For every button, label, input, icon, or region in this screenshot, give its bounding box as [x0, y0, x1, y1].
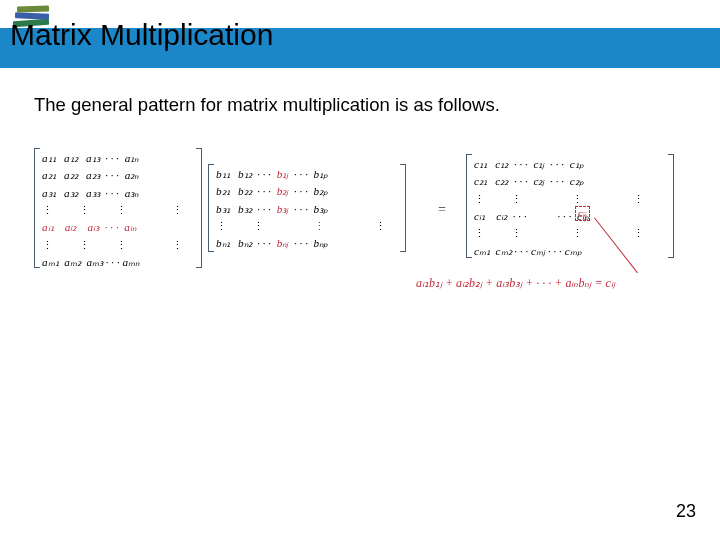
matrix-c-row: ⋮ ⋮ ⋮ ⋮: [474, 225, 666, 242]
matrix-b-row: b₃₁ b₃₂ · · · b₃ⱼ · · · b₃ₚ: [216, 201, 398, 218]
matrix-c: c₁₁ c₁₂ · · · c₁ⱼ · · · c₁ₚ c₂₁ c₂₂ · · …: [474, 156, 666, 260]
matrix-a-left-bracket: [34, 148, 40, 268]
matrix-a: a₁₁ a₁₂ a₁₃ · · · a₁ₙ a₂₁ a₂₂ a₂₃ · · · …: [42, 150, 194, 272]
matrix-a-row: a₃₁ a₃₂ a₃₃ · · · a₃ₙ: [42, 185, 194, 202]
matrix-a-row: ⋮ ⋮ ⋮ ⋮: [42, 237, 194, 254]
matrix-b-row: b₁₁ b₁₂ · · · b₁ⱼ · · · b₁ₚ: [216, 166, 398, 183]
matrix-equation-figure: a₁₁ a₁₂ a₁₃ · · · a₁ₙ a₂₁ a₂₂ a₂₃ · · · …: [20, 146, 700, 326]
matrix-a-row: a₂₁ a₂₂ a₂₃ · · · a₂ₙ: [42, 167, 194, 184]
matrix-b-row: ⋮ ⋮ ⋮ ⋮: [216, 218, 398, 235]
matrix-a-row: ⋮ ⋮ ⋮ ⋮: [42, 202, 194, 219]
matrix-c-row: cₘ₁ cₘ₂ · · · cₘⱼ · · · cₘₚ: [474, 243, 666, 260]
matrix-c-row: ⋮ ⋮ ⋮ ⋮: [474, 191, 666, 208]
matrix-c-row: cᵢ₁ cᵢ₂ · · · · · · cᵢₚ: [474, 208, 666, 225]
matrix-b: b₁₁ b₁₂ · · · b₁ⱼ · · · b₁ₚ b₂₁ b₂₂ · · …: [216, 166, 398, 253]
matrix-c-row: c₁₁ c₁₂ · · · c₁ⱼ · · · c₁ₚ: [474, 156, 666, 173]
matrix-b-row: bₙ₁ bₙ₂ · · · bₙⱼ · · · bₙₚ: [216, 235, 398, 252]
matrix-c-right-bracket: [668, 154, 674, 258]
page-number: 23: [676, 501, 696, 522]
slide-header: Matrix Multiplication: [0, 0, 720, 68]
matrix-a-row: a₁₁ a₁₂ a₁₃ · · · a₁ₙ: [42, 150, 194, 167]
matrix-a-row: aₘ₁ aₘ₂ aₘ₃ · · · aₘₙ: [42, 254, 194, 271]
equals-sign: =: [438, 202, 446, 218]
matrix-c-left-bracket: [466, 154, 472, 258]
matrix-c-row: c₂₁ c₂₂ · · · c₂ⱼ · · · c₂ₚ: [474, 173, 666, 190]
matrix-b-left-bracket: [208, 164, 214, 252]
cij-highlight-box: cᵢⱼ: [575, 206, 590, 221]
matrix-b-row: b₂₁ b₂₂ · · · b₂ⱼ · · · b₂ₚ: [216, 183, 398, 200]
matrix-a-row-highlighted: aᵢ₁ aᵢ₂ aᵢ₃ · · · aᵢₙ: [42, 219, 194, 236]
slide-title: Matrix Multiplication: [10, 18, 273, 52]
matrix-b-right-bracket: [400, 164, 406, 252]
cij-formula: aᵢ₁b₁ⱼ + aᵢ₂b₂ⱼ + aᵢ₃b₃ⱼ + · · · + aᵢₙbₙ…: [416, 276, 615, 291]
intro-text: The general pattern for matrix multiplic…: [34, 94, 720, 116]
matrix-a-right-bracket: [196, 148, 202, 268]
